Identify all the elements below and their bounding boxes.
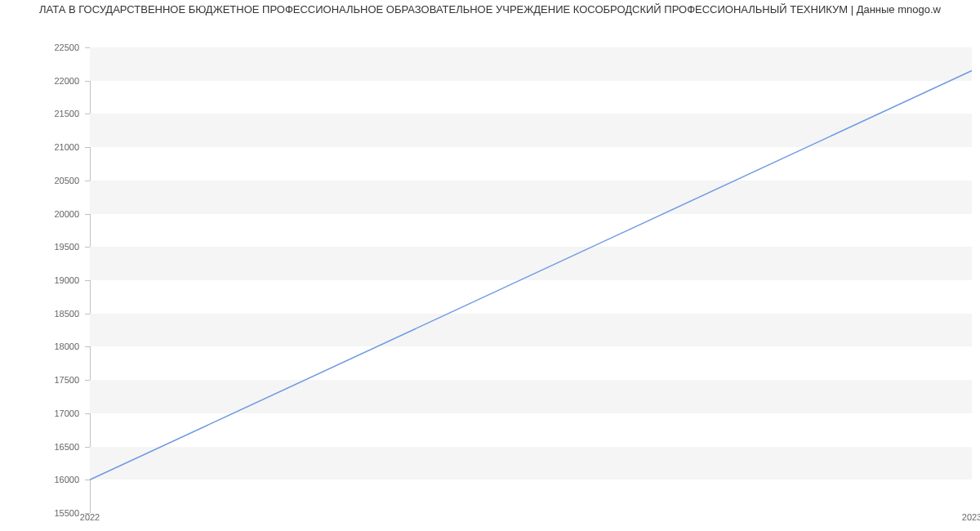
- y-tick-mark: [85, 280, 90, 281]
- y-tick-label: 19000: [54, 275, 79, 285]
- y-tick-mark: [85, 81, 90, 82]
- plot-area: [90, 47, 972, 513]
- y-tick-mark: [85, 480, 90, 480]
- y-tick-label: 18000: [54, 341, 79, 351]
- y-tick-label: 16500: [54, 442, 79, 452]
- y-tick-label: 22000: [54, 76, 79, 86]
- y-tick-mark: [85, 380, 90, 381]
- y-tick-mark: [85, 181, 90, 181]
- x-axis: 20222023: [90, 511, 972, 525]
- y-tick-label: 22500: [54, 42, 79, 52]
- chart-title: ЛАТА В ГОСУДАРСТВЕННОЕ БЮДЖЕТНОЕ ПРОФЕСС…: [0, 0, 980, 19]
- y-tick-mark: [85, 214, 90, 215]
- y-tick-mark: [85, 346, 90, 347]
- line-series: [90, 47, 972, 513]
- y-tick-label: 21500: [54, 109, 79, 118]
- y-tick-mark: [85, 513, 90, 514]
- x-tick-label: 2022: [80, 512, 100, 522]
- y-tick-label: 18500: [54, 309, 79, 319]
- y-tick-label: 16000: [54, 475, 79, 484]
- y-tick-mark: [85, 413, 90, 414]
- y-tick-mark: [85, 447, 90, 448]
- y-tick-label: 17000: [54, 408, 79, 418]
- y-tick-label: 17500: [54, 375, 79, 385]
- y-tick-label: 20000: [54, 209, 79, 219]
- y-tick-label: 21000: [54, 142, 79, 152]
- x-tick-label: 2023: [962, 512, 980, 522]
- y-tick-label: 20500: [54, 176, 79, 185]
- y-tick-mark: [85, 247, 90, 248]
- y-tick-mark: [85, 147, 90, 148]
- chart-container: 1550016000165001700017500180001850019000…: [0, 19, 980, 525]
- y-tick-mark: [85, 47, 90, 48]
- data-line: [90, 71, 972, 480]
- y-tick-label: 19500: [54, 242, 79, 252]
- y-axis: 1550016000165001700017500180001850019000…: [0, 47, 86, 513]
- y-tick-label: 15500: [54, 508, 79, 518]
- y-tick-mark: [85, 314, 90, 315]
- y-tick-mark: [85, 114, 90, 114]
